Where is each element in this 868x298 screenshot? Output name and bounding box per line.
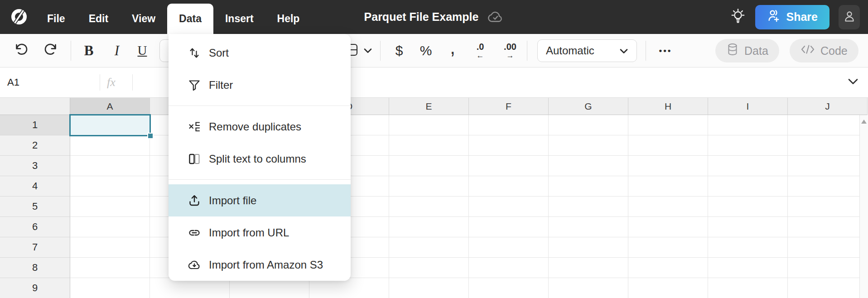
increase-decimals-button[interactable]: .00 → xyxy=(498,34,522,67)
cell-I7[interactable] xyxy=(708,237,788,258)
menu-view[interactable]: View xyxy=(120,4,167,34)
cell-J4[interactable] xyxy=(788,176,868,197)
cell-G3[interactable] xyxy=(549,156,628,176)
lightbulb-icon[interactable] xyxy=(730,7,746,27)
column-header-J[interactable]: J xyxy=(788,98,868,115)
cell-J7[interactable] xyxy=(788,237,868,258)
code-view-button[interactable]: Code xyxy=(790,39,858,62)
cell-D9[interactable] xyxy=(309,278,389,298)
cell-E8[interactable] xyxy=(389,258,469,278)
row-header-7[interactable]: 7 xyxy=(0,237,70,258)
cell-H3[interactable] xyxy=(628,156,708,176)
rows-logo-icon[interactable] xyxy=(10,8,28,26)
cell-J5[interactable] xyxy=(788,197,868,217)
row-header-9[interactable]: 9 xyxy=(0,278,70,298)
data-view-button[interactable]: Data xyxy=(715,39,779,62)
cell-A6[interactable] xyxy=(70,217,150,237)
row-header-8[interactable]: 8 xyxy=(0,258,70,278)
cell-E1[interactable] xyxy=(389,115,469,135)
selection-A1[interactable] xyxy=(69,114,151,136)
cell-F8[interactable] xyxy=(469,258,549,278)
cell-G1[interactable] xyxy=(549,115,628,135)
cell-C9[interactable] xyxy=(230,278,309,298)
italic-button[interactable]: I xyxy=(108,34,126,67)
cell-H6[interactable] xyxy=(628,217,708,237)
cell-J6[interactable] xyxy=(788,217,868,237)
cell-E5[interactable] xyxy=(389,197,469,217)
scroll-up-arrow-icon[interactable] xyxy=(861,120,867,124)
grid-corner[interactable] xyxy=(0,98,70,115)
column-header-G[interactable]: G xyxy=(549,98,628,115)
cell-H8[interactable] xyxy=(628,258,708,278)
cell-A3[interactable] xyxy=(70,156,150,176)
cell-F9[interactable] xyxy=(469,278,549,298)
row-header-4[interactable]: 4 xyxy=(0,176,70,197)
cell-E7[interactable] xyxy=(389,237,469,258)
menu-item-remove-duplicates[interactable]: Remove duplicates xyxy=(169,111,351,143)
cell-I8[interactable] xyxy=(708,258,788,278)
cell-H4[interactable] xyxy=(628,176,708,197)
cell-E3[interactable] xyxy=(389,156,469,176)
cell-E2[interactable] xyxy=(389,135,469,156)
cell-F7[interactable] xyxy=(469,237,549,258)
currency-format-button[interactable]: $ xyxy=(389,34,409,67)
cell-H5[interactable] xyxy=(628,197,708,217)
borders-chevron-icon[interactable] xyxy=(362,34,374,67)
row-header-1[interactable]: 1 xyxy=(0,115,70,135)
cell-F6[interactable] xyxy=(469,217,549,237)
cell-J8[interactable] xyxy=(788,258,868,278)
cell-F5[interactable] xyxy=(469,197,549,217)
menu-edit[interactable]: Edit xyxy=(77,4,120,34)
number-format-select[interactable]: Automatic xyxy=(537,39,637,62)
cell-reference-box[interactable]: A1 xyxy=(7,67,19,97)
cell-F1[interactable] xyxy=(469,115,549,135)
cell-A2[interactable] xyxy=(70,135,150,156)
cell-E9[interactable] xyxy=(389,278,469,298)
menu-item-split-text-to-columns[interactable]: Split text to columns xyxy=(169,143,351,175)
cell-F4[interactable] xyxy=(469,176,549,197)
fill-handle[interactable] xyxy=(147,133,154,139)
cell-H7[interactable] xyxy=(628,237,708,258)
more-options-button[interactable]: ••• xyxy=(654,34,677,67)
menu-insert[interactable]: Insert xyxy=(213,4,265,34)
column-header-F[interactable]: F xyxy=(469,98,549,115)
bold-button[interactable]: B xyxy=(80,34,98,67)
cell-H9[interactable] xyxy=(628,278,708,298)
cell-H1[interactable] xyxy=(628,115,708,135)
cell-E6[interactable] xyxy=(389,217,469,237)
menu-item-import-from-amazon-s3[interactable]: Import from Amazon S3 xyxy=(169,249,351,281)
row-header-2[interactable]: 2 xyxy=(0,135,70,156)
cell-G7[interactable] xyxy=(549,237,628,258)
column-header-E[interactable]: E xyxy=(389,98,469,115)
cell-I5[interactable] xyxy=(708,197,788,217)
share-button[interactable]: Share xyxy=(755,5,829,29)
redo-button[interactable] xyxy=(41,34,61,67)
column-header-H[interactable]: H xyxy=(628,98,708,115)
underline-button[interactable]: U xyxy=(133,34,151,67)
menu-data[interactable]: Data xyxy=(167,4,213,34)
undo-button[interactable] xyxy=(11,34,31,67)
column-header-A[interactable]: A xyxy=(70,98,150,115)
percent-format-button[interactable]: % xyxy=(416,34,436,67)
cell-B9[interactable] xyxy=(150,278,230,298)
cell-I1[interactable] xyxy=(708,115,788,135)
menu-help[interactable]: Help xyxy=(265,4,312,34)
cell-F3[interactable] xyxy=(469,156,549,176)
cell-G9[interactable] xyxy=(549,278,628,298)
menu-item-import-file[interactable]: Import file xyxy=(169,184,351,216)
formula-bar-expand-chevron-icon[interactable] xyxy=(847,77,859,87)
cell-I3[interactable] xyxy=(708,156,788,176)
cell-I2[interactable] xyxy=(708,135,788,156)
cell-J3[interactable] xyxy=(788,156,868,176)
cell-J1[interactable] xyxy=(788,115,868,135)
cell-J9[interactable] xyxy=(788,278,868,298)
cell-I6[interactable] xyxy=(708,217,788,237)
cell-I9[interactable] xyxy=(708,278,788,298)
cell-F2[interactable] xyxy=(469,135,549,156)
menu-item-filter[interactable]: Filter xyxy=(169,69,351,101)
menu-file[interactable]: File xyxy=(35,4,77,34)
cell-G2[interactable] xyxy=(549,135,628,156)
thousands-separator-button[interactable]: , xyxy=(443,34,463,67)
vertical-scrollbar[interactable] xyxy=(859,115,868,298)
cell-G8[interactable] xyxy=(549,258,628,278)
